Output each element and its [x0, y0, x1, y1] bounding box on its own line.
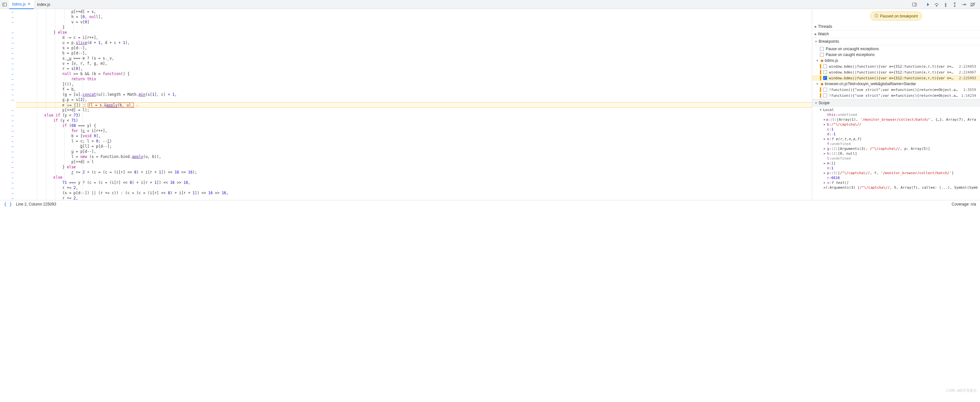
step-into-icon[interactable] [941, 0, 950, 9]
tab-bar: bdms.js ✕ index.js [9, 0, 910, 9]
breakpoint-group-icon: ◆ [821, 58, 824, 63]
scope-var[interactable]: ▶t: Arguments(3) [/^\/captcha\//, 5, Arr… [812, 185, 980, 190]
step-icon[interactable] [959, 0, 968, 9]
format-icon[interactable]: { } [4, 202, 12, 207]
bp-item[interactable]: !function(){"use strict";var m=function(… [812, 87, 980, 93]
info-icon: ⓘ [874, 13, 878, 19]
bp-file-browser[interactable]: ▼◆browser.cn.js?bid=douyin_web&globalNam… [812, 81, 980, 87]
breakpoints-section[interactable]: Breakpoints [812, 38, 980, 45]
tab-label: bdms.js [12, 2, 25, 6]
cursor-position: Line 2, Column 225093 [16, 202, 56, 206]
debugger-sidebar: ⓘ Paused on breakpoint Threads Watch Bre… [812, 9, 980, 200]
bp-item-active[interactable]: window.bdms||function(){var e={312:funct… [812, 75, 980, 81]
scope-var[interactable]: ▶b: /^\/captcha\// [812, 122, 980, 127]
coverage-status: Coverage: n/a [952, 202, 976, 206]
svg-rect-0 [3, 3, 6, 6]
top-bar: bdms.js ✕ index.js [0, 0, 980, 9]
paused-badge: ⓘ Paused on breakpoint [870, 12, 922, 21]
paused-text: Paused on breakpoint [880, 14, 918, 19]
panel-toggle-icon[interactable] [0, 0, 9, 9]
pause-caught[interactable]: Pause on caught exceptions [812, 52, 980, 58]
close-icon[interactable]: ✕ [27, 2, 30, 6]
bp-item[interactable]: !function(){"use strict";var m=function(… [812, 93, 980, 98]
scope-var[interactable]: r: 6616 [812, 176, 980, 180]
scope-var[interactable]: ▶m: [] [812, 161, 980, 166]
scope-var[interactable]: ▶a: (5) [Array(1), '/monitor_browser/col… [812, 117, 980, 122]
scope-var[interactable]: c: 1 [812, 127, 980, 132]
scope-var[interactable]: ▶g: (2) [Arguments(3), /^\/captcha\//, p… [812, 146, 980, 151]
scope-var[interactable]: d: -1 [812, 132, 980, 136]
step-over-icon[interactable] [932, 0, 941, 9]
gutter: –––– ––––– ––––– ––– ––––– ––––– ––––– –… [0, 9, 16, 200]
svg-rect-2 [913, 3, 916, 6]
bp-file-bdms[interactable]: ▼◆bdms.js [812, 58, 980, 63]
scope-var[interactable]: ▶s: f test() [812, 180, 980, 185]
code-content[interactable]: p[++d] = s, h = [0, null], v = v[0] } } … [16, 9, 812, 200]
scope-section[interactable]: Scope [812, 99, 980, 107]
bp-item[interactable]: window.bdms||function(){var e={312:funct… [812, 69, 980, 75]
resume-icon[interactable] [923, 0, 932, 9]
scope-var[interactable]: ▶p: (3) [/^\/captcha\//, f, '/monitor_br… [812, 171, 980, 176]
svg-point-4 [936, 5, 937, 6]
scope-local[interactable]: ▼Local [812, 108, 980, 112]
pause-uncaught[interactable]: Pause on uncaught exceptions [812, 46, 980, 52]
debugger-controls [923, 0, 980, 9]
scope-body: ▼Local this: undefined ▶a: (5) [Array(1)… [812, 107, 980, 191]
scope-this: this: undefined [812, 112, 980, 117]
tab-bdms[interactable]: bdms.js ✕ [9, 0, 34, 9]
scope-var[interactable]: n: 1 [812, 166, 980, 171]
tab-label: index.js [37, 2, 50, 7]
svg-point-8 [955, 5, 955, 6]
scope-var[interactable]: f: undefined [812, 141, 980, 146]
scope-var[interactable]: ▶e: f e(r,t,n,a,f) [812, 136, 980, 141]
svg-point-6 [945, 5, 946, 6]
tab-index[interactable]: index.js [34, 0, 54, 9]
main-area: –––– ––––– ––––– ––– ––––– ––––– ––––– –… [0, 9, 980, 200]
threads-section[interactable]: Threads [812, 23, 980, 30]
scope-var[interactable]: l: undefined [812, 156, 980, 161]
watch-section[interactable]: Watch [812, 30, 980, 38]
code-editor[interactable]: –––– ––––– ––––– ––– ––––– ––––– ––––– –… [0, 9, 812, 200]
step-out-icon[interactable] [950, 0, 959, 9]
scope-var[interactable]: ▶h: (2) [0, null] [812, 151, 980, 156]
breakpoints-body: Pause on uncaught exceptions Pause on ca… [812, 45, 980, 99]
status-bar: { } Line 2, Column 225093 Coverage: n/a [0, 200, 980, 208]
breakpoint-group-icon: ◆ [821, 82, 824, 86]
svg-point-10 [966, 4, 966, 5]
bp-item[interactable]: window.bdms||function(){var e={312:funct… [812, 63, 980, 69]
panel-right-icon[interactable] [910, 0, 919, 9]
deactivate-breakpoints-icon[interactable] [968, 0, 977, 9]
